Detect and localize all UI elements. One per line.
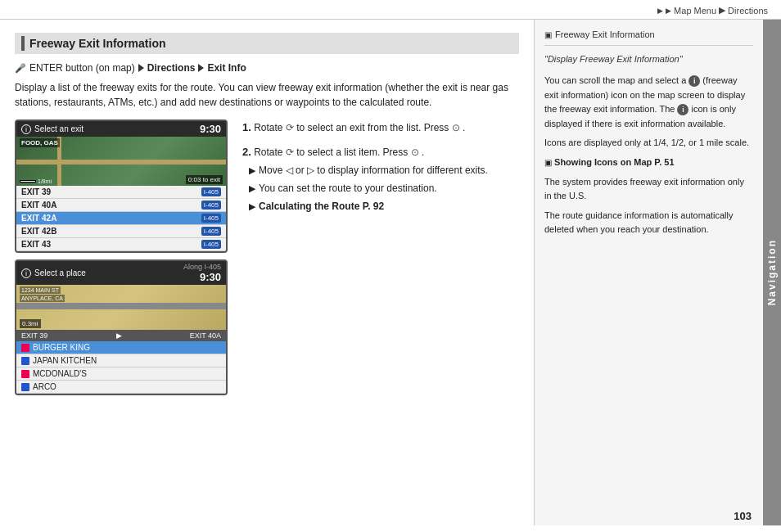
link-icon: ▣ bbox=[544, 158, 552, 167]
exit-item-5: EXIT 43 I-405 bbox=[16, 238, 226, 251]
instruction-line: 🎤 ENTER button (on map) Directions Exit … bbox=[15, 62, 519, 74]
screen2-info-icon: i bbox=[21, 268, 31, 278]
screen1-time: 9:30 bbox=[200, 123, 221, 135]
sub-arrow3: ▶ bbox=[249, 200, 255, 214]
screen2-map: 1234 MAIN ST ANYPLACE, CA 0.3mi bbox=[16, 285, 226, 330]
top-bar: ▶ ▶ Map Menu ▶ Directions bbox=[0, 0, 781, 20]
screen2-title: Select a place bbox=[34, 268, 86, 277]
right-panel-header: ▣ Freeway Exit Information bbox=[544, 28, 753, 46]
map-poi-label: FOOD, GAS bbox=[20, 138, 60, 147]
screen1-info-icon: i bbox=[21, 124, 31, 134]
section-title: Freeway Exit Information bbox=[29, 37, 165, 50]
place-name-2: JAPAN KITCHEN bbox=[33, 356, 97, 365]
screen1-title: Select an exit bbox=[34, 124, 84, 133]
step1-text: Rotate bbox=[254, 122, 286, 133]
map-road-h bbox=[16, 160, 226, 165]
exit-item-1: EXIT 39 I-405 bbox=[16, 186, 226, 199]
step1-press-icon: ⊙ bbox=[452, 120, 460, 135]
scale-bar bbox=[20, 180, 36, 183]
place-icon-4 bbox=[21, 383, 29, 391]
section-header-bar bbox=[21, 36, 25, 51]
steps-column: 1. Rotate ⟳ to select an exit from the l… bbox=[242, 119, 519, 395]
right-panel-title: Freeway Exit Information bbox=[555, 28, 655, 42]
place-item-2: JAPAN KITCHEN bbox=[16, 354, 226, 367]
step2-number: 2. bbox=[242, 146, 251, 158]
step1-number: 1. bbox=[242, 121, 251, 133]
place-name-4: ARCO bbox=[33, 382, 56, 391]
screen1-scale: 1/8mi bbox=[20, 178, 52, 184]
screen2-address1: 1234 MAIN ST bbox=[20, 286, 61, 294]
step2-rotate-icon: ⟳ bbox=[286, 145, 294, 160]
breadcrumb-sep: ▶ bbox=[719, 5, 725, 16]
sub-link: Calculating the Route P. 92 bbox=[259, 199, 384, 214]
main-container: Freeway Exit Information 🎤 ENTER button … bbox=[0, 20, 781, 525]
right-panel-para4: The route guidance information is automa… bbox=[544, 209, 753, 237]
section-header: Freeway Exit Information bbox=[15, 33, 519, 54]
step1-rotate-icon: ⟳ bbox=[286, 120, 294, 135]
sub-text2: You can set the route to your destinatio… bbox=[259, 181, 437, 196]
screen2-exit-arrow: ▶ bbox=[116, 331, 122, 340]
step2-text: Rotate bbox=[254, 147, 286, 158]
scale-text: 1/8mi bbox=[38, 178, 52, 184]
info-circle-icon: i bbox=[688, 75, 700, 87]
screen2-exit-header: EXIT 39 ▶ EXIT 40A bbox=[16, 330, 226, 341]
info-circle-icon2: i bbox=[677, 104, 688, 115]
exit-info-bold: Exit Info bbox=[207, 62, 246, 74]
place-item-3: MCDONALD'S bbox=[16, 367, 226, 381]
enter-icon: 🎤 bbox=[15, 63, 26, 74]
description-text: Display a list of the freeway exits for … bbox=[15, 80, 519, 110]
place-icon-3 bbox=[21, 370, 29, 378]
screen2-time: 9:30 bbox=[200, 271, 221, 283]
right-panel-quote: "Display Freeway Exit Information" bbox=[544, 51, 753, 68]
place-item-1: BURGER KING bbox=[16, 341, 226, 354]
right-panel: ▣ Freeway Exit Information "Display Free… bbox=[534, 20, 763, 525]
screens-column: i Select an exit 9:30 FOOD, GAS 0:03 to … bbox=[15, 119, 228, 395]
right-panel-link-text: Showing Icons on Map P. 51 bbox=[554, 157, 675, 167]
breadcrumb-map-menu: Map Menu bbox=[674, 6, 716, 16]
nav-side-label: Navigation bbox=[766, 239, 778, 305]
screen2-place-list: BURGER KING JAPAN KITCHEN MCDONALD'S bbox=[16, 341, 226, 394]
screen1-distance: 0:03 to exit bbox=[186, 175, 223, 184]
screen2-exit-from: EXIT 39 bbox=[21, 331, 47, 340]
screen1-header: i Select an exit 9:30 bbox=[16, 121, 226, 137]
page-number: 103 bbox=[734, 510, 752, 522]
breadcrumb-arrow2: ▶ bbox=[666, 7, 671, 15]
place-icon-2 bbox=[21, 357, 29, 365]
place-name-3: MCDONALD'S bbox=[33, 369, 87, 378]
step2: 2. Rotate ⟳ to select a list item. Press… bbox=[242, 144, 519, 214]
step1-text3: . bbox=[463, 122, 465, 133]
arrow-exit bbox=[198, 64, 204, 72]
screen2-scale: 0.3mi bbox=[20, 319, 41, 328]
screen2-address2: ANYPLACE, CA bbox=[20, 295, 65, 302]
screen2-exit-to: EXIT 40A bbox=[190, 331, 221, 340]
step1-text2: to select an exit from the list. Press bbox=[296, 122, 451, 133]
screen1-exit-list: EXIT 39 I-405 EXIT 40A I-405 EXIT 42A I-… bbox=[16, 186, 226, 251]
place-name-1: BURGER KING bbox=[33, 343, 90, 352]
breadcrumb: ▶ ▶ Map Menu ▶ Directions bbox=[657, 5, 768, 16]
step1: 1. Rotate ⟳ to select an exit from the l… bbox=[242, 119, 519, 136]
sub-text1: Move ◁ or ▷ to display information for d… bbox=[259, 163, 488, 178]
right-panel-icon: ▣ bbox=[544, 29, 552, 41]
screen2-header-left: i Select a place bbox=[21, 268, 86, 278]
screen2-route: Along I-405 bbox=[183, 263, 221, 271]
breadcrumb-directions: Directions bbox=[728, 6, 768, 16]
step2-press-icon: ⊙ bbox=[411, 145, 419, 160]
step2-sub3: ▶ Calculating the Route P. 92 bbox=[249, 199, 519, 214]
screen1-header-left: i Select an exit bbox=[21, 124, 84, 134]
right-panel-para2: Icons are displayed only at 1/4, 1/2, or… bbox=[544, 136, 753, 151]
exit-item-4: EXIT 42B I-405 bbox=[16, 225, 226, 238]
exit-item-2: EXIT 40A I-405 bbox=[16, 199, 226, 212]
screen2-route-time: Along I-405 9:30 bbox=[183, 263, 221, 283]
screen1-mockup: i Select an exit 9:30 FOOD, GAS 0:03 to … bbox=[15, 119, 228, 253]
step2-text2: to select a list item. Press bbox=[296, 147, 410, 158]
screen2-header: i Select a place Along I-405 9:30 bbox=[16, 261, 226, 285]
step2-sub2: ▶ You can set the route to your destinat… bbox=[249, 181, 519, 196]
right-panel-para1: You can scroll the map and select a i (f… bbox=[544, 74, 753, 131]
sub-arrow1: ▶ bbox=[249, 164, 255, 178]
step2-sub1: ▶ Move ◁ or ▷ to display information for… bbox=[249, 163, 519, 178]
exit-item-3: EXIT 42A I-405 bbox=[16, 212, 226, 225]
place-road-main bbox=[16, 303, 226, 309]
screen2-mockup: i Select a place Along I-405 9:30 1234 M… bbox=[15, 259, 228, 395]
breadcrumb-arrow1: ▶ bbox=[657, 7, 663, 15]
enter-label: ENTER button (on map) bbox=[29, 62, 135, 74]
